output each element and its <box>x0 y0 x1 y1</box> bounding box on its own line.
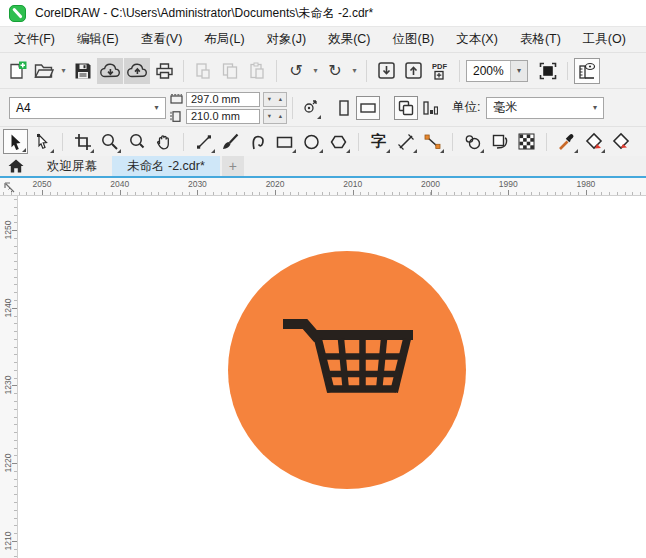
page-size-combobox[interactable]: A4 ▾ <box>9 97 166 119</box>
toolbox-separator <box>452 133 453 151</box>
flyout-indicator <box>50 149 54 153</box>
freehand-tool[interactable] <box>191 129 216 154</box>
publish-pdf-button[interactable]: PDF <box>427 58 453 84</box>
page-height-field[interactable]: 210.0 mm <box>186 109 260 124</box>
save-to-cloud-button[interactable] <box>97 58 123 84</box>
crop-tool[interactable] <box>70 129 95 154</box>
vertical-ruler[interactable]: 12501240123012201210 <box>0 196 18 558</box>
rectangle-tool[interactable] <box>272 129 297 154</box>
h-ruler-number: 2040 <box>110 179 129 189</box>
new-document-button[interactable] <box>4 58 30 84</box>
shopping-cart-icon[interactable] <box>281 318 413 398</box>
save-button[interactable] <box>70 58 96 84</box>
shadow-tool[interactable] <box>460 129 485 154</box>
artistic-media-tool[interactable] <box>218 129 243 154</box>
import-button[interactable] <box>373 58 399 84</box>
copy-button[interactable] <box>217 58 243 84</box>
tab-document[interactable]: 未命名 -2.cdr* <box>112 156 220 176</box>
units-dropdown-arrow[interactable]: ▾ <box>586 98 603 118</box>
text-tool-icon: 字 <box>371 132 386 151</box>
spin-up-icon[interactable]: ▴ <box>275 110 286 123</box>
page-height-spinner[interactable]: ▾ ▴ <box>263 109 287 124</box>
ellipse-tool[interactable] <box>299 129 324 154</box>
export-button[interactable] <box>400 58 426 84</box>
ruler-origin-icon[interactable] <box>2 180 16 194</box>
zoom-out-tool[interactable] <box>124 129 149 154</box>
shadow-tool-icon <box>463 133 482 151</box>
flyout-indicator <box>346 149 350 153</box>
page-width-field[interactable]: 297.0 mm <box>186 92 260 107</box>
menu-object[interactable]: 对象(J) <box>261 29 313 50</box>
redo-button[interactable]: ↻ <box>322 58 348 84</box>
page-width-spinner[interactable]: ▾ ▴ <box>263 92 287 107</box>
tab-welcome-screen[interactable]: 欢迎屏幕 <box>32 156 112 176</box>
h-ruler-number: 2050 <box>33 179 52 189</box>
pick-tool[interactable] <box>3 129 28 154</box>
home-tab-button[interactable] <box>0 156 32 176</box>
spin-down-icon[interactable]: ▾ <box>264 93 275 106</box>
units-label: 单位: <box>452 99 480 116</box>
open-button[interactable] <box>31 58 57 84</box>
redo-dropdown-arrow[interactable]: ▾ <box>349 58 360 84</box>
new-document-icon <box>8 61 27 80</box>
menu-edit[interactable]: 编辑(E) <box>71 29 125 50</box>
undo-button[interactable]: ↺ <box>283 58 309 84</box>
show-rulers-button[interactable] <box>574 58 600 84</box>
h-ruler-number: 2020 <box>266 179 285 189</box>
menu-text[interactable]: 文本(X) <box>450 29 504 50</box>
undo-dropdown-arrow[interactable]: ▾ <box>310 58 321 84</box>
polygon-tool[interactable] <box>326 129 351 154</box>
flyout-indicator <box>117 149 121 153</box>
pan-hand-icon <box>154 132 173 151</box>
drawing-canvas[interactable] <box>18 196 646 558</box>
h-ruler-number: 1990 <box>499 179 518 189</box>
pan-tool[interactable] <box>151 129 176 154</box>
horizontal-ruler[interactable]: 205020402030202020102000199019801970 <box>0 178 646 196</box>
menu-effects[interactable]: 效果(C) <box>322 29 376 50</box>
autofit-page-button[interactable] <box>298 96 322 120</box>
print-button[interactable] <box>151 58 177 84</box>
shape-tool[interactable] <box>30 129 55 154</box>
page-size-dropdown-arrow[interactable]: ▾ <box>148 98 165 118</box>
h-ruler-number: 2030 <box>188 179 207 189</box>
all-pages-icon <box>397 99 415 117</box>
color-eyedropper-tool[interactable] <box>554 129 579 154</box>
menu-layout[interactable]: 布局(L) <box>198 29 250 50</box>
all-pages-button[interactable] <box>394 96 418 120</box>
menu-bitmaps[interactable]: 位图(B) <box>387 29 441 50</box>
text-tool[interactable]: 字 <box>366 129 391 154</box>
interactive-fill-tool[interactable] <box>581 129 606 154</box>
open-from-cloud-button[interactable] <box>124 58 150 84</box>
contour-tool[interactable] <box>487 129 512 154</box>
coreldraw-window: CorelDRAW - C:\Users\Administrator\Docum… <box>0 0 646 558</box>
bspline-tool[interactable] <box>245 129 270 154</box>
spin-up-icon[interactable]: ▴ <box>275 93 286 106</box>
landscape-orientation-button[interactable] <box>356 96 380 120</box>
full-screen-preview-button[interactable] <box>535 58 561 84</box>
menu-view[interactable]: 查看(V) <box>135 29 189 50</box>
zoom-level-combobox[interactable]: 200% ▾ <box>466 60 528 82</box>
save-icon <box>74 62 92 80</box>
h-ruler-major-tick <box>431 190 432 195</box>
cut-button[interactable] <box>190 58 216 84</box>
units-combobox[interactable]: 毫米 ▾ <box>486 97 604 119</box>
new-tab-button[interactable]: + <box>222 156 244 176</box>
transparency-tool[interactable] <box>514 129 539 154</box>
spin-down-icon[interactable]: ▾ <box>264 110 275 123</box>
current-page-layers-button[interactable] <box>418 96 442 120</box>
portrait-orientation-button[interactable] <box>332 96 356 120</box>
menu-tools[interactable]: 工具(O) <box>577 29 632 50</box>
smart-fill-tool[interactable] <box>608 129 633 154</box>
page-size-value: A4 <box>10 101 148 115</box>
menu-table[interactable]: 表格(T) <box>514 29 567 50</box>
dimension-tool[interactable] <box>393 129 418 154</box>
menu-bar: 文件(F)编辑(E)查看(V)布局(L)对象(J)效果(C)位图(B)文本(X)… <box>0 26 646 52</box>
page-height-value: 210.0 mm <box>191 110 240 122</box>
open-dropdown-arrow[interactable]: ▾ <box>58 58 69 84</box>
flyout-indicator <box>319 149 323 153</box>
menu-file[interactable]: 文件(F) <box>8 29 61 50</box>
paste-button[interactable] <box>244 58 270 84</box>
connector-tool[interactable] <box>420 129 445 154</box>
zoom-in-tool[interactable] <box>97 129 122 154</box>
zoom-level-dropdown-arrow[interactable]: ▾ <box>510 61 527 81</box>
